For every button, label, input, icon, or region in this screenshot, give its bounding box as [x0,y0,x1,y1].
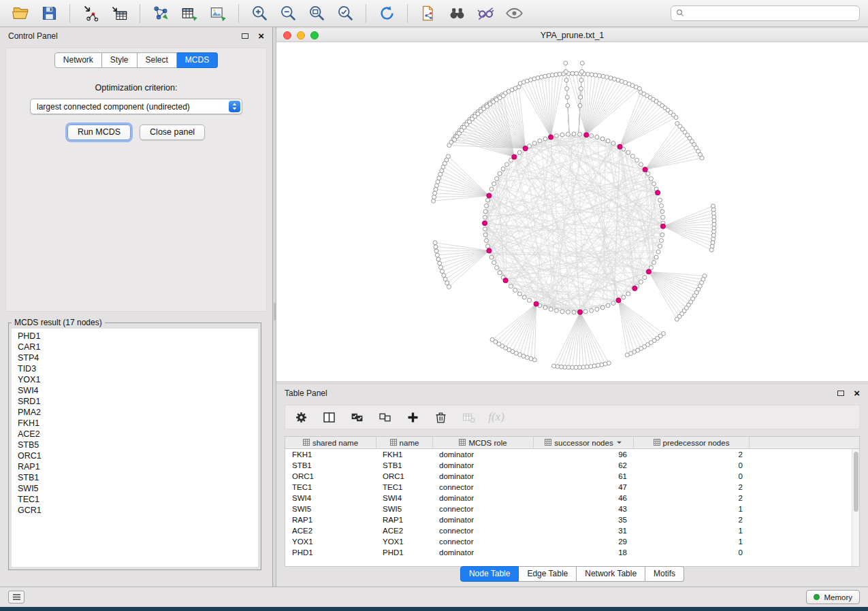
close-panel-button[interactable]: Close panel [140,125,205,140]
table-row[interactable]: YOX1YOX1connector291 [285,536,859,547]
mcds-result-list[interactable]: PHD1CAR1STP4TID3YOX1SWI4SRD1PMA2FKH1ACE2… [12,329,258,567]
share-document-icon[interactable] [416,3,440,24]
table-panel-header: Table Panel × [276,384,868,402]
result-node-item[interactable]: PHD1 [18,331,252,342]
tab-edge-table[interactable]: Edge Table [519,566,577,582]
network-graph[interactable] [276,42,868,381]
cell-shared_name: YOX1 [285,536,376,547]
tab-mcds[interactable]: MCDS [177,52,218,68]
maximize-window-icon[interactable] [310,31,319,39]
cell-name: YOX1 [376,536,433,547]
export-table-icon[interactable] [177,3,202,24]
scrollbar-thumb[interactable] [854,452,858,512]
columns-icon[interactable] [320,408,338,426]
result-node-item[interactable]: TEC1 [18,494,252,505]
tab-node-table[interactable]: Node Table [460,566,519,582]
column-header-shared-name[interactable]: shared name [285,437,376,448]
result-node-item[interactable]: ORC1 [18,450,252,461]
zoom-fit-icon[interactable] [304,3,329,24]
column-header-mcds-role[interactable]: MCDS role [433,437,534,448]
result-node-item[interactable]: SWI4 [18,385,252,396]
float-table-panel-icon[interactable] [837,391,844,396]
result-node-item[interactable]: ACE2 [18,429,252,440]
select-all-icon[interactable] [348,408,366,426]
import-network-icon[interactable] [78,3,103,24]
column-header-predecessor-nodes[interactable]: predecessor nodes [634,437,750,448]
float-panel-icon[interactable] [242,33,248,39]
chevron-down-icon[interactable] [616,439,622,447]
toolbar-separator [69,4,70,23]
result-node-item[interactable]: TID3 [18,363,252,374]
table-row[interactable]: SWI5SWI5connector431 [285,503,859,514]
open-icon[interactable] [8,3,33,24]
run-mcds-button[interactable]: Run MCDS [67,125,131,140]
table-row[interactable]: ORC1ORC1dominator610 [285,471,859,482]
column-header-name[interactable]: name [376,437,433,448]
memory-label: Memory [824,593,852,601]
cell-name: SWI5 [376,503,433,514]
control-panel-title: Control Panel [8,31,242,41]
minimize-window-icon[interactable] [297,31,305,39]
table-row[interactable]: ACE2ACE2connector311 [285,525,859,536]
import-table-icon[interactable] [107,3,131,24]
tab-motifs[interactable]: Motifs [645,566,684,582]
cell-name: TEC1 [376,482,433,493]
tab-select[interactable]: Select [138,52,177,68]
add-icon[interactable] [404,408,421,426]
table-row[interactable]: PHD1PHD1dominator180 [285,547,859,558]
toolbar-separator [238,4,239,23]
tab-network-table[interactable]: Network Table [577,566,645,582]
table-row[interactable]: FKH1FKH1dominator962 [285,449,859,460]
table-row[interactable]: SWI4SWI4dominator462 [285,493,859,503]
search-input[interactable] [688,8,854,19]
export-network-icon[interactable] [148,3,173,24]
function-label: f(x) [488,410,504,424]
column-type-icon [390,439,397,447]
tab-network[interactable]: Network [54,52,102,68]
binoculars-icon[interactable] [445,3,469,24]
column-header-successor-nodes[interactable]: successor nodes [534,437,634,448]
gear-icon[interactable] [292,408,310,426]
column-label: predecessor nodes [663,439,730,447]
close-panel-icon[interactable]: × [258,31,264,41]
memory-button[interactable]: Memory [806,590,860,604]
result-node-item[interactable]: STP4 [18,352,252,363]
zoom-out-icon[interactable] [276,3,300,24]
result-node-item[interactable]: RAP1 [18,461,252,472]
table-scrollbar[interactable] [852,449,859,566]
network-canvas[interactable] [276,42,868,381]
cell-role: dominator [433,471,534,482]
result-node-item[interactable]: SRD1 [18,396,252,407]
result-node-item[interactable]: CAR1 [18,342,252,352]
result-node-item[interactable]: GCR1 [18,505,252,516]
table-row[interactable]: STB1STB1dominator620 [285,460,859,471]
glasses-icon[interactable] [473,3,498,24]
close-table-panel-icon[interactable]: × [854,389,860,398]
table-row[interactable]: TEC1TEC1connector472 [285,482,859,493]
result-node-item[interactable]: STB1 [18,472,252,483]
result-node-item[interactable]: SWI5 [18,483,252,494]
close-window-icon[interactable] [283,31,291,39]
zoom-in-icon[interactable] [247,3,272,24]
result-node-item[interactable]: FKH1 [18,418,252,429]
network-window-titlebar[interactable]: YPA_prune.txt_1 [276,29,868,42]
save-icon[interactable] [37,3,61,24]
column-label: MCDS role [468,439,507,447]
cell-predecessors: 2 [634,493,750,503]
search-box[interactable] [671,5,860,21]
result-node-item[interactable]: PMA2 [18,407,252,418]
export-image-icon[interactable] [206,3,230,24]
result-node-item[interactable]: STB5 [18,440,252,450]
table-row[interactable]: RAP1RAP1dominator352 [285,514,859,525]
refresh-icon[interactable] [374,3,399,24]
tab-style[interactable]: Style [102,52,138,68]
deselect-all-icon[interactable] [376,408,393,426]
eye-icon[interactable] [502,3,526,24]
result-node-item[interactable]: YOX1 [18,374,252,385]
optimization-dropdown[interactable]: largest connected component (undirected) [30,99,242,114]
cell-predecessors: 2 [634,482,750,493]
trash-icon[interactable] [432,408,449,426]
zoom-selected-icon[interactable] [333,3,357,24]
splitter-grip[interactable] [274,303,276,320]
status-menu-icon[interactable] [8,591,25,604]
